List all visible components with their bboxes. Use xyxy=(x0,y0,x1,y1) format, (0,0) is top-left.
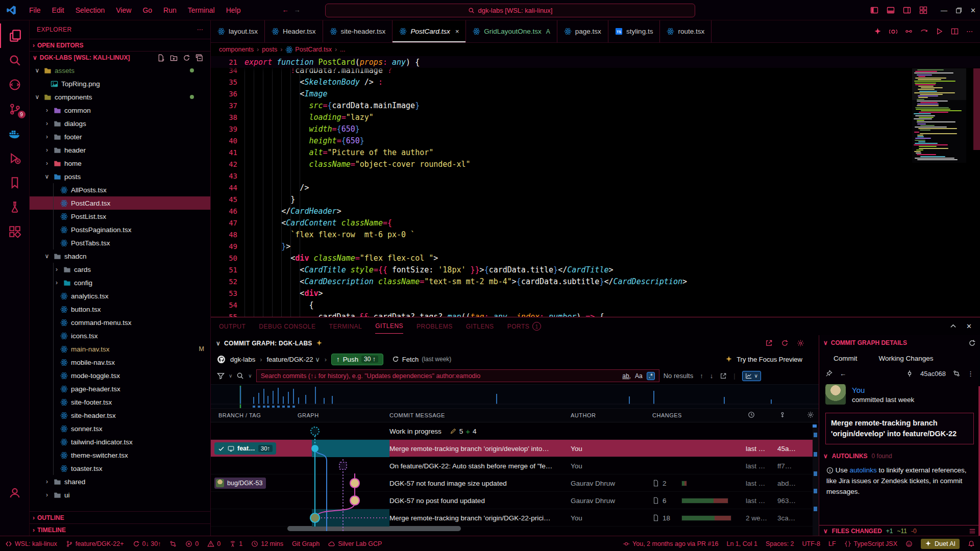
split-editor-icon[interactable] xyxy=(951,28,959,35)
status-item-feature-dgk-22-[interactable]: feature/DGK-22+ xyxy=(66,540,124,547)
more-actions-icon[interactable]: ⋯ xyxy=(966,28,973,35)
menu-terminal[interactable]: Terminal xyxy=(182,6,220,14)
tree-item-footer[interactable]: › footer xyxy=(30,130,210,143)
regex-icon[interactable]: .* xyxy=(647,372,655,380)
maximize-panel-icon[interactable] xyxy=(949,322,957,330)
status-item-utf-8[interactable]: UTF-8 xyxy=(802,540,820,547)
tree-item-analytics-tsx[interactable]: analytics.tsx xyxy=(30,289,210,303)
tree-item-header[interactable]: › header xyxy=(30,143,210,157)
tree-item-posts[interactable]: ∨ posts xyxy=(30,170,210,183)
restore-icon[interactable] xyxy=(955,7,962,14)
commit-graph-header[interactable]: ∨ COMMIT GRAPH: DGK-LABS xyxy=(211,335,819,351)
push-button[interactable]: ↑Push 30 ↑ xyxy=(331,354,383,365)
commit-sha[interactable]: 963… xyxy=(777,492,805,509)
author-link[interactable]: You xyxy=(852,386,914,394)
branch-tag-badge[interactable]: bug/DGK-53 xyxy=(214,478,266,489)
tree-item-button-tsx[interactable]: button.tsx xyxy=(30,303,210,316)
col-changes[interactable]: CHANGES xyxy=(652,412,682,418)
nav-forward-icon[interactable]: → xyxy=(293,6,300,14)
search-icon[interactable] xyxy=(236,372,244,380)
commit-sha[interactable]: 3ca… xyxy=(777,509,805,527)
collapse-all-icon[interactable] xyxy=(195,54,203,62)
refresh-icon[interactable] xyxy=(968,339,976,347)
tree-item-main-nav-tsx[interactable]: main-nav.tsx M xyxy=(30,342,210,356)
breadcrumb-item[interactable]: components xyxy=(219,46,254,53)
command-center-search[interactable]: dgk-labs [WSL: kali-linux] xyxy=(325,4,695,17)
tree-item-tailwind-indicator-tsx[interactable]: tailwind-indicator.tsx xyxy=(30,435,210,448)
tree-item-theme-switcher-tsx[interactable]: theme-switcher.tsx xyxy=(30,448,210,462)
commit-message[interactable]: On feature/DGK-22: Auto stash before mer… xyxy=(389,457,569,474)
tree-item-home[interactable]: › home xyxy=(30,157,210,170)
menu-edit[interactable]: Edit xyxy=(46,6,70,14)
commit-message[interactable]: Merge remote-tracking branch 'origin/dev… xyxy=(389,440,569,457)
ref-column-icon[interactable] xyxy=(779,411,786,418)
commit-row[interactable]: bug/DGK-53DGK-57 not found image size up… xyxy=(211,474,819,492)
tree-item-cards[interactable]: › cards xyxy=(30,263,210,276)
commit-row[interactable]: On feature/DGK-22: Auto stash before mer… xyxy=(211,457,819,474)
status-item-git-graph[interactable]: Git Graph xyxy=(292,540,320,547)
workspace-root-row[interactable]: ∨ DGK-LABS [WSL: KALI-LINUX] xyxy=(30,51,210,64)
duet-ai-badge[interactable]: Duet AI xyxy=(921,539,960,549)
panel-tab-debug-console[interactable]: DEBUG CONSOLE xyxy=(259,319,315,334)
commit-row[interactable]: Merge remote-tracking branch 'origin/DGK… xyxy=(211,509,819,527)
tree-item-posttabs-tsx[interactable]: PostTabs.tsx xyxy=(30,236,210,249)
commit-sha[interactable]: abd… xyxy=(777,474,805,492)
status-item-0-30-[interactable]: 0↓ 30↑ xyxy=(133,540,161,547)
status-item-12-mins[interactable]: 12 mins xyxy=(251,540,283,547)
outline-section[interactable]: › OUTLINE xyxy=(30,511,210,523)
activity-source-control[interactable]: 9 xyxy=(0,97,30,121)
col-message[interactable]: COMMIT MESSAGE xyxy=(389,412,445,418)
tree-item-components[interactable]: ∨ components xyxy=(30,90,210,104)
tree-item-shared[interactable]: › shared xyxy=(30,475,210,488)
tab-route.tsx[interactable]: route.tsx xyxy=(660,20,712,42)
tree-item-site-header-tsx[interactable]: site-header.tsx xyxy=(30,409,210,422)
gear-icon[interactable] xyxy=(797,339,804,347)
menu-view[interactable]: View xyxy=(110,6,137,14)
gear-icon[interactable] xyxy=(807,411,814,418)
commit-message[interactable]: Merge remote-tracking branch 'origin/DGK… xyxy=(389,509,569,527)
tree-item-topring-png[interactable]: TopRing.png xyxy=(30,77,210,90)
tree-item-assets[interactable]: ∨ assets xyxy=(30,64,210,77)
status-item-compare[interactable] xyxy=(169,540,177,547)
menu-run[interactable]: Run xyxy=(158,6,182,14)
status-item-silver-lab-gcp[interactable]: Silver Lab GCP xyxy=(328,540,382,547)
match-case-icon[interactable]: Aa xyxy=(635,372,643,380)
commit-message[interactable]: DGK-57 not found image size updated xyxy=(389,474,569,492)
tree-item-dialogs[interactable]: › dialogs xyxy=(30,117,210,130)
status-item-ln-1-col-1[interactable]: Ln 1, Col 1 xyxy=(726,540,757,547)
panel-tab-output[interactable]: OUTPUT xyxy=(219,319,246,334)
tree-item-allposts-tsx[interactable]: AllPosts.tsx xyxy=(30,183,210,196)
col-author[interactable]: AUTHOR xyxy=(571,412,596,418)
activity-remote[interactable] xyxy=(0,72,30,97)
menu-help[interactable]: Help xyxy=(220,6,247,14)
panel-tab-gitlens[interactable]: GITLENS xyxy=(375,319,403,334)
col-graph[interactable]: GRAPH xyxy=(298,412,319,418)
tab-commit[interactable]: Commit xyxy=(834,355,857,362)
timeline-section[interactable]: › TIMELINE xyxy=(30,523,210,536)
tab-page.tsx[interactable]: page.tsx xyxy=(557,20,608,42)
tree-item-common[interactable]: › common xyxy=(30,104,210,117)
focus-preview-button[interactable]: Try the Focus Preview xyxy=(725,356,813,363)
breadcrumb-item[interactable]: PostCard.tsx xyxy=(285,46,332,54)
status-item-you-2-months-ago-via-pr-16[interactable]: You, 2 months ago via PR #16 xyxy=(623,540,718,547)
commit-message[interactable]: Work in progress5+4 xyxy=(389,422,569,440)
tree-item-toaster-tsx[interactable]: toaster.tsx xyxy=(30,462,210,475)
nav-back-icon[interactable]: ← xyxy=(282,6,288,14)
activity-extensions[interactable] xyxy=(0,219,30,244)
open-in-editor-icon[interactable] xyxy=(720,372,727,380)
panel-tab-problems[interactable]: PROBLEMS xyxy=(416,319,453,334)
refresh-icon[interactable] xyxy=(781,339,789,347)
status-item-typescript-jsx[interactable]: TypeScript JSX xyxy=(844,540,897,547)
panel-tab-ports[interactable]: PORTS1 xyxy=(507,319,542,334)
breadcrumb-item[interactable]: posts xyxy=(262,46,277,53)
toggle-panel-icon[interactable] xyxy=(887,6,895,14)
graph-activity-minimap[interactable] xyxy=(211,384,819,409)
tree-item-site-footer-tsx[interactable]: site-footer.tsx xyxy=(30,395,210,409)
gitlens-icon[interactable] xyxy=(889,28,897,36)
commit-sha[interactable]: 45ac068 xyxy=(920,370,946,378)
tab-postcard.tsx[interactable]: PostCard.tsx × xyxy=(393,20,466,42)
open-changes-icon[interactable] xyxy=(920,28,928,35)
files-changed-section[interactable]: ∨ FILES CHANGED +1 ~11 -0 xyxy=(819,525,980,536)
tree-item-postlist-tsx[interactable]: PostList.tsx xyxy=(30,210,210,223)
whole-word-icon[interactable]: ab, xyxy=(622,372,631,380)
